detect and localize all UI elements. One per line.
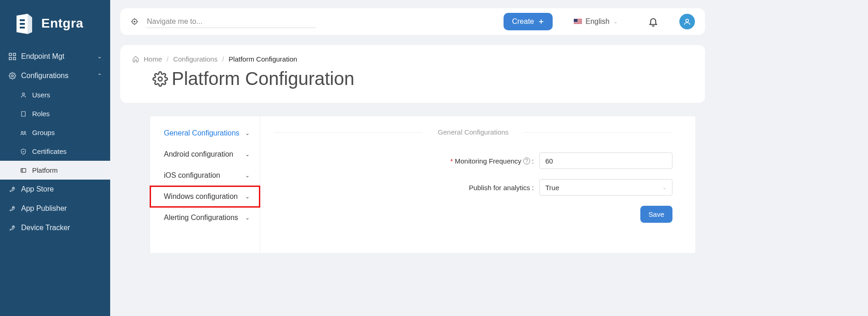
target-icon	[130, 17, 139, 26]
svg-point-14	[13, 207, 14, 208]
svg-point-19	[158, 77, 162, 81]
analytics-select[interactable]: True ⌄	[539, 179, 672, 196]
config-tab-label: Windows configuration	[164, 192, 238, 201]
config-tab-label: Android configuration	[164, 150, 233, 158]
config-tabs: General Configurations ⌄ Android configu…	[150, 116, 260, 253]
svg-point-11	[24, 131, 26, 133]
breadcrumb: Home / Configurations / Platform Configu…	[132, 55, 693, 63]
rocket-icon	[8, 225, 17, 231]
sidebar-item-label: Roles	[32, 110, 50, 118]
chevron-down-icon: ⌄	[245, 193, 250, 200]
language-selector[interactable]: English ⌄	[574, 17, 618, 26]
sidebar-item-device-tracker[interactable]: Device Tracker	[0, 218, 110, 237]
sidebar-item-label: Users	[32, 91, 50, 99]
chevron-down-icon: ⌄	[613, 18, 618, 25]
breadcrumb-section[interactable]: Configurations	[173, 55, 218, 63]
breadcrumb-current: Platform Configuration	[229, 55, 297, 63]
sidebar-item-groups[interactable]: Groups	[0, 123, 110, 142]
form-row-analytics: Publish for analytics : True ⌄	[274, 179, 672, 196]
create-label: Create	[512, 17, 534, 26]
breadcrumb-separator: /	[167, 55, 168, 63]
brand-logo: Entgra	[0, 0, 110, 47]
chevron-down-icon: ⌄	[245, 214, 250, 221]
svg-rect-0	[20, 19, 25, 21]
config-tab-alerting[interactable]: Alerting Configurations ⌄	[150, 207, 260, 228]
sidebar-nav: Endpoint Mgt ⌄ Configurations ⌃ Users Ro…	[0, 47, 110, 237]
svg-point-7	[11, 75, 13, 77]
sidebar-item-label: Device Tracker	[21, 224, 70, 232]
flag-us-icon	[574, 19, 582, 24]
user-icon	[19, 92, 28, 98]
home-icon	[132, 56, 139, 62]
save-button[interactable]: Save	[640, 206, 672, 223]
sidebar-item-label: Groups	[32, 129, 55, 136]
sidebar: Entgra Endpoint Mgt ⌄ Configurations ⌃ U…	[0, 0, 110, 316]
sidebar-item-label: App Store	[21, 185, 54, 193]
required-icon: *	[450, 157, 453, 165]
chevron-down-icon: ⌄	[97, 53, 102, 60]
svg-point-18	[686, 19, 689, 22]
brand-icon	[12, 12, 35, 35]
monitoring-label: * Monitoring Frequency ? :	[450, 157, 534, 165]
sidebar-item-app-store[interactable]: App Store	[0, 180, 110, 199]
page-title-text: Platform Configuration	[172, 68, 354, 89]
gear-icon	[8, 72, 17, 79]
svg-rect-2	[20, 27, 25, 28]
help-icon[interactable]: ?	[523, 158, 530, 164]
config-tab-ios[interactable]: iOS configuration ⌄	[150, 165, 260, 186]
svg-rect-1	[20, 23, 25, 25]
language-label: English	[586, 17, 610, 26]
chevron-up-icon: ⌃	[97, 73, 102, 79]
config-tab-windows[interactable]: Windows configuration ⌄	[150, 186, 260, 207]
bell-icon[interactable]	[648, 17, 658, 27]
config-tab-label: Alerting Configurations	[164, 214, 238, 222]
sidebar-item-platform[interactable]: Platform	[0, 161, 110, 180]
page-header: Home / Configurations / Platform Configu…	[120, 45, 705, 103]
content-card: General Configurations ⌄ Android configu…	[150, 116, 696, 254]
config-tab-label: iOS configuration	[164, 171, 220, 180]
analytics-label: Publish for analytics :	[469, 184, 534, 192]
config-tab-android[interactable]: Android configuration ⌄	[150, 144, 260, 165]
chevron-down-icon: ⌄	[245, 151, 250, 158]
svg-rect-3	[9, 53, 11, 56]
config-panel: General Configurations * Monitoring Freq…	[260, 116, 695, 253]
sidebar-sub-configurations: Users Roles Groups Certificates	[0, 85, 110, 180]
avatar[interactable]	[679, 14, 695, 29]
sidebar-item-endpoint-mgt[interactable]: Endpoint Mgt ⌄	[0, 47, 110, 66]
page-title: Platform Configuration	[152, 68, 693, 89]
breadcrumb-separator: /	[222, 55, 224, 63]
sidebar-item-label: Platform	[32, 166, 58, 174]
breadcrumb-home[interactable]: Home	[144, 55, 162, 63]
svg-point-13	[13, 188, 14, 189]
sidebar-item-certificates[interactable]: Certificates	[0, 142, 110, 161]
create-button[interactable]: Create	[504, 13, 552, 30]
sidebar-item-label: Certificates	[32, 147, 67, 155]
svg-point-17	[134, 21, 135, 22]
config-tab-general[interactable]: General Configurations ⌄	[150, 123, 260, 144]
brand-text: Entgra	[41, 16, 84, 31]
select-value: True	[545, 184, 559, 192]
chevron-down-icon: ⌄	[245, 172, 250, 179]
svg-rect-6	[13, 57, 16, 60]
label-text: Monitoring Frequency	[455, 157, 521, 165]
sidebar-item-configurations[interactable]: Configurations ⌃	[0, 66, 110, 85]
sidebar-item-label: App Publisher	[21, 204, 67, 213]
sidebar-item-roles[interactable]: Roles	[0, 104, 110, 123]
form-row-monitoring: * Monitoring Frequency ? :	[274, 152, 672, 169]
document-icon	[19, 111, 28, 117]
save-label: Save	[649, 210, 664, 218]
topbar: Create English ⌄	[120, 8, 705, 35]
svg-point-8	[22, 93, 25, 95]
sidebar-item-users[interactable]: Users	[0, 85, 110, 104]
plus-icon	[538, 18, 544, 25]
svg-rect-4	[13, 53, 16, 56]
label-text: Publish for analytics	[469, 184, 530, 192]
monitoring-frequency-input[interactable]	[539, 152, 672, 169]
rocket-icon	[8, 205, 17, 212]
platform-icon	[19, 167, 28, 174]
navigate-input[interactable]	[146, 16, 316, 28]
user-icon	[683, 17, 691, 26]
sidebar-item-app-publisher[interactable]: App Publisher	[0, 199, 110, 218]
rocket-icon	[8, 186, 17, 192]
groups-icon	[19, 130, 28, 136]
